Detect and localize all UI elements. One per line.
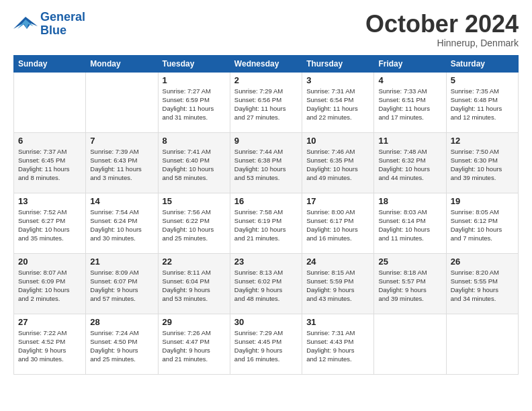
calendar-cell (14, 72, 86, 132)
day-info: Sunrise: 7:52 AMSunset: 6:27 PMDaylight:… (18, 208, 81, 243)
day-number: 31 (306, 317, 369, 327)
day-number: 21 (90, 257, 153, 267)
day-number: 16 (234, 196, 298, 206)
day-info: Sunrise: 7:58 AMSunset: 6:19 PMDaylight:… (234, 208, 298, 243)
day-number: 12 (451, 136, 514, 146)
day-number: 3 (306, 75, 369, 85)
calendar-cell: 31Sunrise: 7:31 AMSunset: 4:43 PMDayligh… (302, 314, 374, 374)
weekday-header-wednesday: Wednesday (230, 55, 302, 72)
calendar-week-row: 20Sunrise: 8:07 AMSunset: 6:09 PMDayligh… (14, 253, 519, 314)
day-info: Sunrise: 8:00 AMSunset: 6:17 PMDaylight:… (306, 208, 369, 243)
day-info: Sunrise: 7:31 AMSunset: 4:43 PMDaylight:… (306, 328, 369, 364)
day-info: Sunrise: 7:22 AMSunset: 4:52 PMDaylight:… (18, 328, 81, 364)
calendar-cell: 9Sunrise: 7:44 AMSunset: 6:38 PMDaylight… (230, 132, 302, 193)
calendar-cell: 26Sunrise: 8:20 AMSunset: 5:55 PMDayligh… (446, 253, 518, 314)
day-number: 9 (234, 136, 298, 146)
day-info: Sunrise: 8:03 AMSunset: 6:14 PMDaylight:… (378, 208, 441, 243)
day-info: Sunrise: 8:11 AMSunset: 6:04 PMDaylight:… (163, 268, 226, 304)
day-info: Sunrise: 7:44 AMSunset: 6:38 PMDaylight:… (234, 147, 298, 183)
day-number: 29 (163, 317, 226, 327)
calendar-cell (446, 314, 518, 374)
calendar-header-row: SundayMondayTuesdayWednesdayThursdayFrid… (14, 55, 519, 72)
day-number: 26 (451, 257, 514, 267)
header: General Blue October 2024 Hinnerup, Denm… (13, 11, 519, 48)
calendar-week-row: 1Sunrise: 7:27 AMSunset: 6:59 PMDaylight… (14, 72, 519, 132)
calendar-cell: 28Sunrise: 7:24 AMSunset: 4:50 PMDayligh… (86, 314, 158, 374)
calendar-cell: 8Sunrise: 7:41 AMSunset: 6:40 PMDaylight… (158, 132, 230, 193)
day-info: Sunrise: 7:39 AMSunset: 6:43 PMDaylight:… (90, 147, 153, 183)
calendar-cell: 17Sunrise: 8:00 AMSunset: 6:17 PMDayligh… (302, 193, 374, 253)
calendar-cell: 27Sunrise: 7:22 AMSunset: 4:52 PMDayligh… (14, 314, 86, 374)
calendar-cell: 14Sunrise: 7:54 AMSunset: 6:24 PMDayligh… (86, 193, 158, 253)
calendar-cell: 21Sunrise: 8:09 AMSunset: 6:07 PMDayligh… (86, 253, 158, 314)
calendar-cell: 5Sunrise: 7:35 AMSunset: 6:48 PMDaylight… (446, 72, 518, 132)
day-info: Sunrise: 7:37 AMSunset: 6:45 PMDaylight:… (18, 147, 81, 183)
day-info: Sunrise: 8:13 AMSunset: 6:02 PMDaylight:… (234, 268, 298, 304)
weekday-header-thursday: Thursday (302, 55, 374, 72)
day-info: Sunrise: 7:29 AMSunset: 4:45 PMDaylight:… (234, 328, 298, 364)
calendar-cell: 3Sunrise: 7:31 AMSunset: 6:54 PMDaylight… (302, 72, 374, 132)
day-number: 5 (451, 75, 514, 85)
calendar-week-row: 27Sunrise: 7:22 AMSunset: 4:52 PMDayligh… (14, 314, 519, 374)
day-info: Sunrise: 8:20 AMSunset: 5:55 PMDaylight:… (451, 268, 514, 304)
calendar-cell: 6Sunrise: 7:37 AMSunset: 6:45 PMDaylight… (14, 132, 86, 193)
day-info: Sunrise: 7:41 AMSunset: 6:40 PMDaylight:… (163, 147, 226, 183)
day-info: Sunrise: 7:56 AMSunset: 6:22 PMDaylight:… (163, 208, 226, 243)
month-title: October 2024 (365, 11, 519, 38)
calendar-cell: 29Sunrise: 7:26 AMSunset: 4:47 PMDayligh… (158, 314, 230, 374)
day-info: Sunrise: 7:26 AMSunset: 4:47 PMDaylight:… (163, 328, 226, 364)
logo-blue: Blue (40, 24, 85, 38)
day-info: Sunrise: 7:31 AMSunset: 6:54 PMDaylight:… (306, 87, 369, 122)
title-block: October 2024 Hinnerup, Denmark (365, 11, 519, 48)
calendar-cell: 15Sunrise: 7:56 AMSunset: 6:22 PMDayligh… (158, 193, 230, 253)
day-number: 14 (90, 196, 153, 206)
calendar-cell: 7Sunrise: 7:39 AMSunset: 6:43 PMDaylight… (86, 132, 158, 193)
day-info: Sunrise: 7:46 AMSunset: 6:35 PMDaylight:… (306, 147, 369, 183)
calendar-week-row: 13Sunrise: 7:52 AMSunset: 6:27 PMDayligh… (14, 193, 519, 253)
day-info: Sunrise: 8:07 AMSunset: 6:09 PMDaylight:… (18, 268, 81, 304)
calendar-cell: 23Sunrise: 8:13 AMSunset: 6:02 PMDayligh… (230, 253, 302, 314)
calendar-cell: 18Sunrise: 8:03 AMSunset: 6:14 PMDayligh… (374, 193, 446, 253)
day-number: 30 (234, 317, 298, 327)
day-number: 25 (378, 257, 441, 267)
calendar-cell: 16Sunrise: 7:58 AMSunset: 6:19 PMDayligh… (230, 193, 302, 253)
day-number: 18 (378, 196, 441, 206)
day-number: 24 (306, 257, 369, 267)
weekday-header-saturday: Saturday (446, 55, 518, 72)
day-info: Sunrise: 8:18 AMSunset: 5:57 PMDaylight:… (378, 268, 441, 304)
day-number: 20 (18, 257, 81, 267)
calendar-cell (374, 314, 446, 374)
logo-icon (13, 14, 38, 34)
day-number: 19 (451, 196, 514, 206)
day-info: Sunrise: 7:48 AMSunset: 6:32 PMDaylight:… (378, 147, 441, 183)
day-number: 11 (378, 136, 441, 146)
day-number: 4 (378, 75, 441, 85)
page: General Blue October 2024 Hinnerup, Denm… (0, 0, 532, 385)
calendar-cell: 22Sunrise: 8:11 AMSunset: 6:04 PMDayligh… (158, 253, 230, 314)
logo-general: General (40, 11, 85, 24)
day-info: Sunrise: 7:24 AMSunset: 4:50 PMDaylight:… (90, 328, 153, 364)
calendar-cell: 11Sunrise: 7:48 AMSunset: 6:32 PMDayligh… (374, 132, 446, 193)
weekday-header-friday: Friday (374, 55, 446, 72)
calendar-cell: 10Sunrise: 7:46 AMSunset: 6:35 PMDayligh… (302, 132, 374, 193)
day-number: 15 (163, 196, 226, 206)
day-info: Sunrise: 7:33 AMSunset: 6:51 PMDaylight:… (378, 87, 441, 122)
calendar-week-row: 6Sunrise: 7:37 AMSunset: 6:45 PMDaylight… (14, 132, 519, 193)
day-number: 6 (18, 136, 81, 146)
calendar-cell: 13Sunrise: 7:52 AMSunset: 6:27 PMDayligh… (14, 193, 86, 253)
calendar-cell: 4Sunrise: 7:33 AMSunset: 6:51 PMDaylight… (374, 72, 446, 132)
day-info: Sunrise: 7:27 AMSunset: 6:59 PMDaylight:… (163, 87, 226, 122)
day-info: Sunrise: 7:29 AMSunset: 6:56 PMDaylight:… (234, 87, 298, 122)
weekday-header-sunday: Sunday (14, 55, 86, 72)
day-number: 2 (234, 75, 298, 85)
logo: General Blue (13, 11, 85, 38)
calendar-cell (86, 72, 158, 132)
calendar-cell: 24Sunrise: 8:15 AMSunset: 5:59 PMDayligh… (302, 253, 374, 314)
day-info: Sunrise: 7:54 AMSunset: 6:24 PMDaylight:… (90, 208, 153, 243)
day-number: 23 (234, 257, 298, 267)
calendar-cell: 1Sunrise: 7:27 AMSunset: 6:59 PMDaylight… (158, 72, 230, 132)
calendar-cell: 20Sunrise: 8:07 AMSunset: 6:09 PMDayligh… (14, 253, 86, 314)
day-number: 8 (163, 136, 226, 146)
weekday-header-monday: Monday (86, 55, 158, 72)
calendar-cell: 19Sunrise: 8:05 AMSunset: 6:12 PMDayligh… (446, 193, 518, 253)
